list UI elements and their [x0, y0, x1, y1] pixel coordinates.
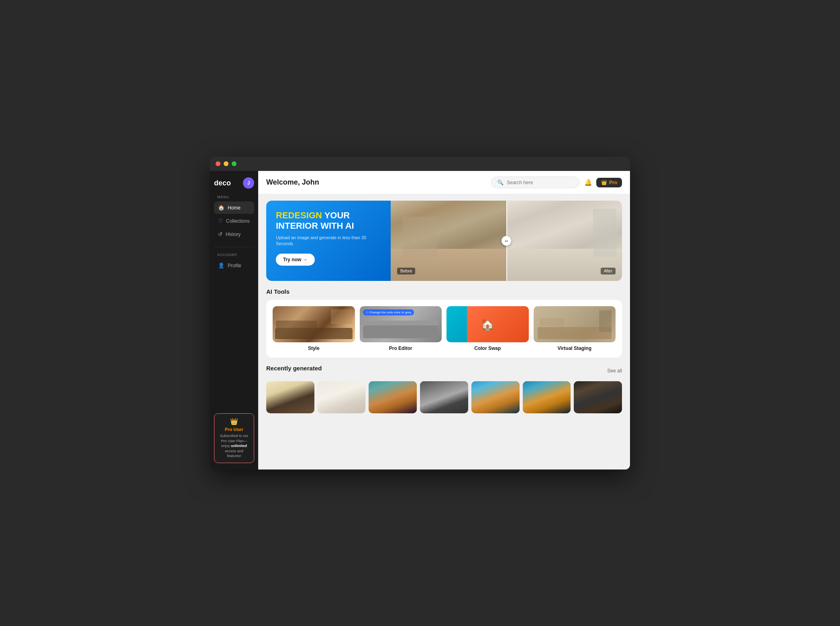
- search-input[interactable]: [507, 180, 573, 185]
- before-label: Before: [397, 268, 415, 274]
- tools-grid: Style ⬡ Change the sofa color t: [273, 306, 616, 351]
- notification-icon[interactable]: 🔔: [584, 179, 592, 186]
- recent-item[interactable]: [471, 381, 520, 413]
- account-label: ACCOUNT: [214, 253, 254, 257]
- close-dot[interactable]: [216, 161, 220, 166]
- tool-virtual-staging[interactable]: Virtual Staging: [534, 306, 616, 351]
- pro-user-label: Pro User: [218, 427, 250, 432]
- logo-text: deco: [214, 179, 231, 187]
- sidebar-item-home-label: Home: [228, 205, 241, 211]
- hero-left: REDESIGN YOURINTERIOR WITH AI Upload an …: [266, 201, 391, 281]
- tool-style-thumb: [273, 306, 355, 342]
- recent-grid: [266, 381, 622, 413]
- tool-pro-editor-thumb: ⬡ Change the sofa color to grey: [360, 306, 442, 342]
- content-area: REDESIGN YOURINTERIOR WITH AI Upload an …: [258, 194, 630, 470]
- app-body: deco J MENU 🏠 Home ♡ Collections ↺ Histo…: [210, 171, 630, 470]
- history-icon: ↺: [218, 231, 222, 237]
- pro-badge-button[interactable]: 👑 Pro: [596, 178, 622, 187]
- pro-card: 👑 Pro User Subscribed to our Pro User Pl…: [214, 413, 254, 463]
- collections-icon: ♡: [218, 218, 223, 224]
- maximize-dot[interactable]: [232, 161, 237, 166]
- pro-desc: Subscribed to our Pro User Plan—enjoy un…: [218, 433, 250, 459]
- hero-banner: REDESIGN YOURINTERIOR WITH AI Upload an …: [266, 201, 622, 281]
- see-all-button[interactable]: See all: [607, 368, 622, 374]
- header: Welcome, John 🔍 🔔 👑 Pro: [258, 171, 630, 194]
- try-now-button[interactable]: Try now →: [276, 254, 315, 266]
- hero-right: Before ⇔ After: [391, 201, 622, 281]
- avatar: J: [243, 177, 254, 189]
- header-icons: 🔔 👑 Pro: [584, 178, 622, 187]
- sidebar-item-collections-label: Collections: [226, 218, 250, 224]
- recent-item[interactable]: [574, 381, 622, 413]
- home-icon: 🏠: [218, 205, 224, 211]
- hero-title-highlight: REDESIGN: [276, 210, 322, 220]
- recently-generated-header: Recently generated See all: [266, 365, 622, 376]
- search-bar: 🔍: [491, 177, 579, 188]
- sidebar-item-profile-label: Profile: [228, 263, 241, 268]
- app-window: deco J MENU 🏠 Home ♡ Collections ↺ Histo…: [210, 156, 630, 470]
- pro-crown-icon: 👑: [218, 418, 250, 425]
- sidebar-item-history[interactable]: ↺ History: [214, 228, 254, 240]
- tools-card: Style ⬡ Change the sofa color t: [266, 300, 622, 358]
- recent-item[interactable]: [369, 381, 417, 413]
- sidebar-item-collections[interactable]: ♡ Collections: [214, 215, 254, 227]
- titlebar: [210, 156, 630, 171]
- after-label: After: [601, 268, 616, 274]
- sidebar: deco J MENU 🏠 Home ♡ Collections ↺ Histo…: [210, 171, 258, 470]
- recent-item[interactable]: [266, 381, 314, 413]
- hero-after-panel: After: [506, 201, 622, 281]
- tool-style[interactable]: Style: [273, 306, 355, 351]
- divider-handle[interactable]: ⇔: [502, 236, 511, 246]
- tool-pro-editor-label: Pro Editor: [389, 346, 412, 351]
- tool-color-swap-label: Color Swap: [474, 346, 501, 351]
- recent-item[interactable]: [318, 381, 366, 413]
- tool-pro-editor[interactable]: ⬡ Change the sofa color to grey Pro Edit…: [360, 306, 442, 351]
- sidebar-item-profile[interactable]: 👤 Profile: [214, 259, 254, 272]
- main-content: Welcome, John 🔍 🔔 👑 Pro: [258, 171, 630, 470]
- logo: deco J: [214, 177, 254, 189]
- profile-icon: 👤: [218, 262, 224, 268]
- pro-editor-overlay: ⬡ Change the sofa color to grey: [363, 309, 414, 315]
- recent-item[interactable]: [523, 381, 571, 413]
- menu-label: MENU: [214, 195, 254, 199]
- tool-style-label: Style: [308, 346, 320, 351]
- hero-before-panel: Before: [391, 201, 506, 281]
- recent-item[interactable]: [420, 381, 468, 413]
- minimize-dot[interactable]: [224, 161, 228, 166]
- ai-tools-title: AI Tools: [266, 288, 622, 295]
- tool-virtual-staging-label: Virtual Staging: [558, 346, 591, 351]
- welcome-text: Welcome, John: [266, 178, 486, 187]
- hero-subtitle: Upload an image and generate in less tha…: [276, 235, 381, 247]
- hero-image-container: Before ⇔ After: [391, 201, 622, 281]
- sidebar-item-history-label: History: [226, 232, 241, 237]
- sidebar-divider: [214, 247, 254, 247]
- search-icon: 🔍: [497, 179, 504, 185]
- tool-color-swap-thumb: 🏠: [447, 306, 529, 342]
- hero-title: REDESIGN YOURINTERIOR WITH AI: [276, 210, 381, 232]
- pro-badge-label: Pro: [609, 180, 617, 185]
- tool-color-swap[interactable]: 🏠 Color Swap: [447, 306, 529, 351]
- pro-badge-icon: 👑: [601, 180, 607, 185]
- recently-generated-title: Recently generated: [266, 365, 322, 372]
- tool-virtual-staging-thumb: [534, 306, 616, 342]
- sidebar-item-home[interactable]: 🏠 Home: [214, 201, 254, 214]
